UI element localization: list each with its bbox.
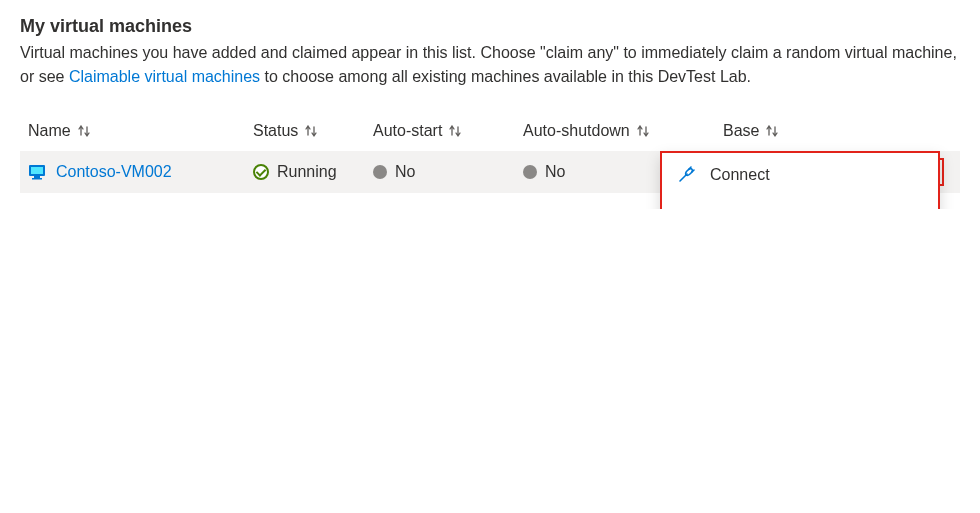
dot-off-icon	[373, 165, 387, 179]
sort-icon	[77, 124, 91, 138]
section-description: Virtual machines you have added and clai…	[20, 41, 960, 89]
sort-icon	[636, 124, 650, 138]
col-header-name[interactable]: Name	[28, 122, 253, 140]
status-running-icon	[253, 164, 269, 180]
section-title: My virtual machines	[20, 16, 960, 37]
desc-text-after: to choose among all existing machines av…	[260, 68, 751, 85]
connect-icon	[676, 165, 696, 185]
menu-label: Connect	[710, 166, 770, 184]
col-header-status[interactable]: Status	[253, 122, 373, 140]
svg-rect-2	[34, 176, 40, 178]
col-header-autoshutdown-label: Auto-shutdown	[523, 122, 630, 140]
svg-rect-3	[32, 178, 42, 180]
col-header-autoshutdown[interactable]: Auto-shutdown	[523, 122, 723, 140]
context-menu: Connect Restart Stop Artifacts	[660, 151, 940, 209]
col-header-base[interactable]: Base	[723, 122, 883, 140]
dot-off-icon	[523, 165, 537, 179]
sort-icon	[765, 124, 779, 138]
menu-item-connect[interactable]: Connect	[662, 153, 938, 197]
status-text: Running	[277, 163, 337, 181]
sort-icon	[304, 124, 318, 138]
col-header-name-label: Name	[28, 122, 71, 140]
svg-rect-1	[31, 167, 43, 174]
menu-item-restart[interactable]: Restart	[662, 197, 938, 209]
col-header-autostart[interactable]: Auto-start	[373, 122, 523, 140]
col-header-base-label: Base	[723, 122, 759, 140]
vm-icon	[28, 163, 46, 181]
autostart-text: No	[395, 163, 415, 181]
table-header-row: Name Status Auto-start Auto-shutdown Bas…	[20, 111, 960, 151]
claimable-vms-link[interactable]: Claimable virtual machines	[69, 68, 260, 85]
section-header: My virtual machines Virtual machines you…	[20, 16, 960, 89]
col-header-autostart-label: Auto-start	[373, 122, 442, 140]
col-header-status-label: Status	[253, 122, 298, 140]
autoshutdown-text: No	[545, 163, 565, 181]
sort-icon	[448, 124, 462, 138]
table-row[interactable]: Contoso-VM002 Running No No	[20, 151, 960, 193]
vm-name-link[interactable]: Contoso-VM002	[56, 163, 172, 181]
vm-table: Name Status Auto-start Auto-shutdown Bas…	[20, 111, 960, 193]
